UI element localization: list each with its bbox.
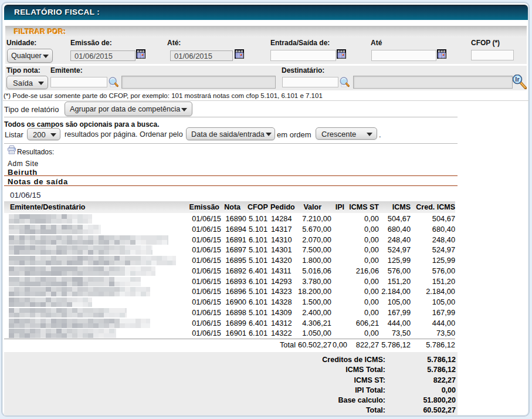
svg-text:Ir: Ir — [515, 76, 520, 83]
